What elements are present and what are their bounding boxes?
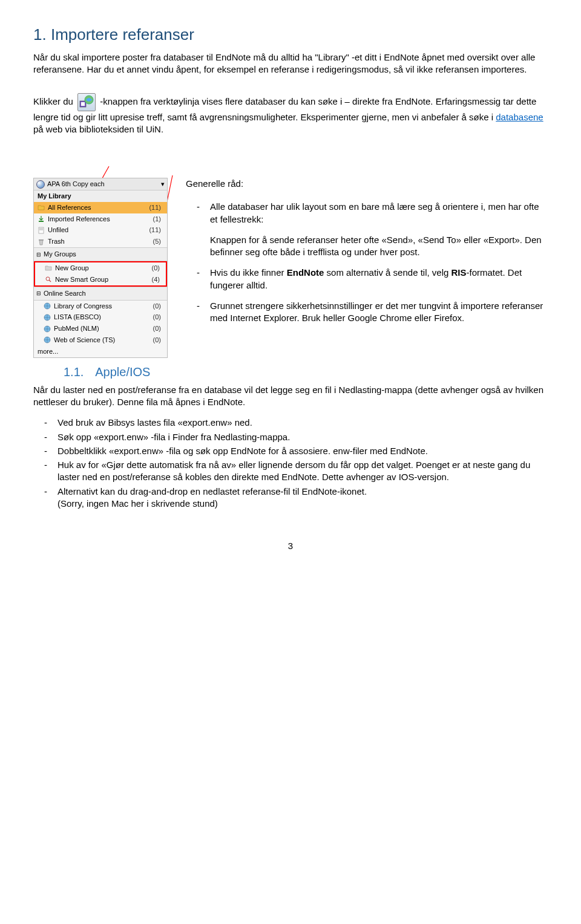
my-groups-header: ⊟My Groups [34, 247, 167, 261]
style-dropdown: APA 6th Copy each [47, 180, 159, 189]
heading-1: 1. Importere referanser [33, 24, 548, 45]
apple-paragraph: Når du laster ned en post/referanse fra … [33, 384, 548, 409]
sidebar-item: Imported References(1) [34, 213, 167, 225]
apple-instructions-list: Ved bruk av Bibsys lastes fila «export.e… [33, 417, 548, 510]
group-item: New Smart Group(4) [35, 274, 166, 285]
paragraph-1: Når du skal importere poster fra databas… [33, 51, 548, 76]
svg-rect-5 [39, 221, 44, 222]
advice-2: Hvis du ikke finner EndNote som alternat… [210, 267, 548, 291]
online-search-header: ⊟Online Search [34, 287, 167, 301]
heading-1-1: 1.1. Apple/IOS [64, 364, 548, 380]
para2-a: Klikker du [33, 96, 76, 106]
para2-b: -knappen fra verktøylinja vises flere da… [33, 96, 536, 122]
advice-1: Alle databaser har ulik layout som en ba… [210, 201, 548, 258]
online-item: LISTA (EBSCO)(0) [34, 311, 167, 323]
para2-c: på web via biblioteksiden til UiN. [33, 124, 163, 134]
list-item: Ved bruk av Bibsys lastes fila «export.e… [57, 417, 548, 429]
more-link: more... [34, 346, 167, 357]
globe-button-icon [77, 93, 96, 111]
paragraph-2: Klikker du -knappen fra verktøylinja vis… [33, 93, 548, 136]
sidebar-item: Trash(5) [34, 236, 167, 247]
online-item: Library of Congress(0) [34, 301, 167, 312]
list-item: Huk av for «Gjør dette automatisk fra nå… [57, 459, 548, 484]
sidebar-item: Unfiled(11) [34, 224, 167, 236]
svg-line-11 [49, 280, 51, 282]
svg-rect-1 [81, 102, 85, 106]
svg-rect-9 [39, 239, 44, 241]
my-library-header: My Library [34, 190, 167, 202]
list-item: Alternativt kan du drag-and-drop en nedl… [57, 486, 548, 510]
advice-3: Grunnet strengere sikkerhetsinnstillinge… [210, 300, 548, 325]
online-item: PubMed (NLM)(0) [34, 323, 167, 334]
sidebar-item: All References(11) [34, 202, 167, 213]
online-item: Web of Science (TS)(0) [34, 334, 167, 346]
databases-link[interactable]: databasene [496, 112, 543, 122]
page-number: 3 [33, 540, 548, 552]
chevron-down-icon: ▾ [161, 180, 165, 189]
list-item: Søk opp «export.enw» -fila i Finder fra … [57, 431, 548, 443]
globe-small-icon [36, 180, 45, 189]
list-item: Dobbeltklikk «export.enw» -fila og søk o… [57, 445, 548, 457]
general-advice-heading: Generelle råd: [186, 178, 548, 190]
group-item: New Group(0) [35, 262, 166, 274]
endnote-sidebar-screenshot: APA 6th Copy each ▾ My Library All Refer… [33, 178, 168, 358]
